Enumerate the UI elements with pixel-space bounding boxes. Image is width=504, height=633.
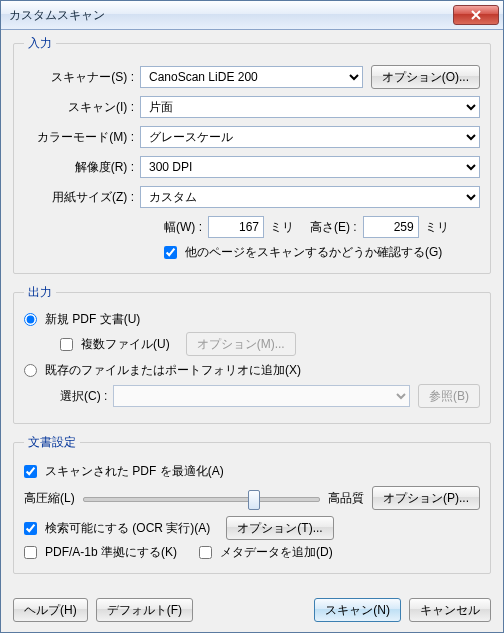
new-pdf-radio[interactable] bbox=[24, 313, 37, 326]
dialog-window: カスタムスキャン 入力 スキャナー(S) : CanoScan LiDE 200… bbox=[0, 0, 504, 633]
multi-files-label: 複数ファイル(U) bbox=[81, 336, 170, 353]
ocr-checkbox[interactable] bbox=[24, 522, 37, 535]
resolution-label: 解像度(R) : bbox=[24, 159, 140, 176]
custom-size-row: 幅(W) : ミリ 高さ(E) : ミリ bbox=[164, 216, 459, 238]
append-target-select bbox=[113, 385, 410, 407]
scanner-options-button[interactable]: オプション(O)... bbox=[371, 65, 480, 89]
paper-size-select[interactable]: カスタム bbox=[140, 186, 480, 208]
optimize-pdf-label: スキャンされた PDF を最適化(A) bbox=[45, 463, 224, 480]
cancel-button[interactable]: キャンセル bbox=[409, 598, 491, 622]
multi-files-checkbox[interactable] bbox=[60, 338, 73, 351]
append-radio[interactable] bbox=[24, 364, 37, 377]
color-mode-label: カラーモード(M) : bbox=[24, 129, 140, 146]
sides-select[interactable]: 片面 bbox=[140, 96, 480, 118]
color-mode-select[interactable]: グレースケール bbox=[140, 126, 480, 148]
optimize-options-button[interactable]: オプション(P)... bbox=[372, 486, 480, 510]
scan-button[interactable]: スキャン(N) bbox=[314, 598, 401, 622]
append-label: 既存のファイルまたはポートフォリオに追加(X) bbox=[45, 362, 301, 379]
browse-button: 参照(B) bbox=[418, 384, 480, 408]
ocr-label: 検索可能にする (OCR 実行)(A) bbox=[45, 520, 210, 537]
metadata-label: メタデータを追加(D) bbox=[220, 544, 333, 561]
width-unit: ミリ bbox=[270, 219, 294, 236]
height-label: 高さ(E) : bbox=[310, 219, 357, 236]
titlebar: カスタムスキャン bbox=[1, 1, 503, 30]
input-group: 入力 スキャナー(S) : CanoScan LiDE 200 オプション(O)… bbox=[13, 35, 491, 274]
client-area: 入力 スキャナー(S) : CanoScan LiDE 200 オプション(O)… bbox=[1, 29, 503, 632]
prompt-more-pages-label: 他のページをスキャンするかどうか確認する(G) bbox=[185, 244, 442, 261]
slider-track bbox=[83, 497, 320, 502]
close-button[interactable] bbox=[453, 5, 499, 25]
new-pdf-label: 新規 PDF 文書(U) bbox=[45, 311, 140, 328]
output-legend: 出力 bbox=[24, 284, 56, 301]
output-group: 出力 新規 PDF 文書(U) 複数ファイル(U) オプション(M)... 既存… bbox=[13, 284, 491, 424]
optimize-pdf-checkbox[interactable] bbox=[24, 465, 37, 478]
metadata-checkbox[interactable] bbox=[199, 546, 212, 559]
width-input[interactable] bbox=[208, 216, 264, 238]
sides-label: スキャン(I) : bbox=[24, 99, 140, 116]
window-title: カスタムスキャン bbox=[9, 7, 453, 24]
scanner-select[interactable]: CanoScan LiDE 200 bbox=[140, 66, 363, 88]
bottom-button-bar: ヘルプ(H) デフォルト(F) スキャン(N) キャンセル bbox=[13, 598, 491, 622]
input-legend: 入力 bbox=[24, 35, 56, 52]
width-label: 幅(W) : bbox=[164, 219, 202, 236]
slider-right-label: 高品質 bbox=[328, 490, 364, 507]
select-label: 選択(C) : bbox=[60, 388, 113, 405]
doc-settings-legend: 文書設定 bbox=[24, 434, 80, 451]
pdfa-checkbox[interactable] bbox=[24, 546, 37, 559]
scanner-label: スキャナー(S) : bbox=[24, 69, 140, 86]
paper-size-label: 用紙サイズ(Z) : bbox=[24, 189, 140, 206]
close-icon bbox=[470, 10, 482, 20]
pdfa-label: PDF/A-1b 準拠にする(K) bbox=[45, 544, 177, 561]
defaults-button[interactable]: デフォルト(F) bbox=[96, 598, 193, 622]
doc-settings-group: 文書設定 スキャンされた PDF を最適化(A) 高圧縮(L) 高品質 オプショ… bbox=[13, 434, 491, 574]
help-button[interactable]: ヘルプ(H) bbox=[13, 598, 88, 622]
height-input[interactable] bbox=[363, 216, 419, 238]
ocr-options-button[interactable]: オプション(T)... bbox=[226, 516, 333, 540]
slider-thumb[interactable] bbox=[248, 490, 260, 510]
prompt-more-pages-checkbox[interactable] bbox=[164, 246, 177, 259]
resolution-select[interactable]: 300 DPI bbox=[140, 156, 480, 178]
multi-files-options-button: オプション(M)... bbox=[186, 332, 296, 356]
height-unit: ミリ bbox=[425, 219, 449, 236]
slider-left-label: 高圧縮(L) bbox=[24, 490, 75, 507]
quality-slider[interactable] bbox=[83, 488, 320, 508]
